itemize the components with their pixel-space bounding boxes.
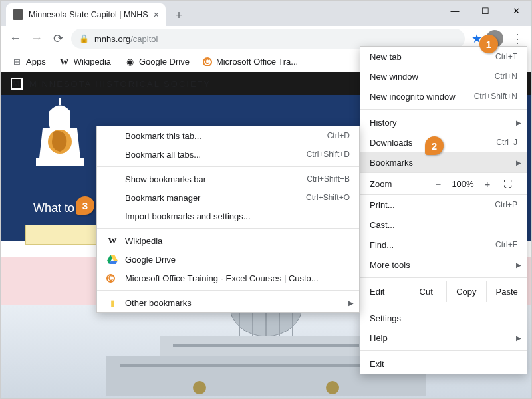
submenu-other-bookmarks[interactable]: ▮Other bookmarks▶ — [97, 293, 359, 312]
reload-button[interactable]: ⟳ — [47, 28, 68, 49]
apps-icon: ⊞ — [11, 57, 22, 67]
office-icon: C — [203, 57, 212, 66]
folder-icon: ▮ — [106, 297, 118, 309]
submenu-bookmark-manager[interactable]: Bookmark managerCtrl+Shift+O — [97, 188, 359, 207]
cut-button[interactable]: Cut — [406, 281, 447, 302]
site-brand: MINNESOTA HISTORICAL SOCIETY — [29, 79, 211, 89]
menu-new-tab[interactable]: New tabCtrl+T — [360, 47, 527, 66]
menu-separator — [97, 290, 359, 291]
wikipedia-icon: W — [59, 57, 70, 67]
menu-bookmarks[interactable]: Bookmarks▶ — [360, 152, 527, 172]
callout-2: 2 — [425, 136, 444, 155]
menu-exit[interactable]: Exit — [360, 354, 527, 374]
menu-help[interactable]: Help▶ — [360, 328, 527, 348]
copy-button[interactable]: Copy — [447, 281, 487, 302]
submenu-bookmark-all[interactable]: Bookmark all tabs...Ctrl+Shift+D — [97, 145, 359, 164]
window-controls: — ☐ ✕ — [440, 1, 531, 21]
tab-title: Minnesota State Capitol | MNHS — [29, 10, 148, 19]
callout-3: 3 — [76, 196, 94, 215]
minimize-button[interactable]: — — [440, 1, 470, 21]
drive-icon: ◉ — [124, 57, 135, 67]
svg-rect-10 — [173, 344, 359, 347]
submenu-bookmark-item[interactable]: CMicrosoft Office Training - Excel Cours… — [97, 269, 359, 287]
callout-1: 1 — [479, 35, 498, 53]
svg-point-12 — [193, 381, 206, 394]
menu-separator — [360, 277, 527, 278]
bookmarks-submenu: Bookmark this tab...Ctrl+D Bookmark all … — [96, 126, 360, 313]
submenu-bookmark-item[interactable]: WWikipedia — [97, 231, 359, 250]
bookmark-wikipedia[interactable]: WWikipedia — [54, 54, 116, 70]
chevron-right-icon: ▶ — [348, 299, 354, 307]
menu-separator — [97, 166, 359, 167]
chevron-right-icon: ▶ — [516, 159, 521, 166]
zoom-in-button[interactable]: + — [477, 178, 497, 190]
fullscreen-button[interactable]: ⛶ — [497, 179, 517, 189]
paste-button[interactable]: Paste — [487, 281, 527, 302]
menu-settings[interactable]: Settings — [360, 308, 527, 328]
menu-more-tools[interactable]: More tools▶ — [360, 255, 527, 275]
chevron-right-icon: ▶ — [516, 119, 521, 126]
submenu-import[interactable]: Import bookmarks and settings... — [97, 207, 359, 225]
lock-icon: 🔒 — [79, 34, 89, 43]
menu-zoom-row: Zoom − 100% + ⛶ — [360, 172, 527, 195]
bookmark-ms-office[interactable]: CMicrosoft Office Tra... — [198, 54, 303, 69]
menu-new-window[interactable]: New windowCtrl+N — [360, 66, 527, 86]
back-button[interactable]: ← — [5, 28, 26, 49]
menu-separator — [360, 305, 527, 305]
submenu-show-bar[interactable]: Show bookmarks barCtrl+Shift+B — [97, 170, 359, 188]
chrome-menu-button[interactable]: ⋮ — [507, 29, 527, 49]
menu-downloads[interactable]: DownloadsCtrl+J — [360, 132, 527, 152]
zoom-value: 100% — [448, 179, 477, 189]
menu-edit-row: Edit Cut Copy Paste — [360, 281, 527, 302]
tab-close-icon[interactable]: × — [154, 9, 159, 20]
apps-shortcut[interactable]: ⊞Apps — [6, 54, 51, 70]
submenu-bookmark-tab[interactable]: Bookmark this tab...Ctrl+D — [97, 126, 359, 145]
new-tab-button[interactable]: + — [170, 6, 188, 25]
menu-separator — [97, 228, 359, 229]
address-bar[interactable]: 🔒 mnhs.org/capitol — [71, 29, 465, 49]
submenu-bookmark-item[interactable]: Google Drive — [97, 250, 359, 269]
maximize-button[interactable]: ☐ — [470, 1, 501, 21]
chevron-right-icon: ▶ — [516, 261, 521, 269]
favicon-icon — [13, 9, 23, 20]
svg-point-13 — [326, 381, 339, 394]
menu-print[interactable]: Print...Ctrl+P — [360, 195, 527, 215]
close-window-button[interactable]: ✕ — [501, 1, 531, 21]
mnhs-logo-icon: M — [11, 78, 23, 90]
menu-separator — [360, 350, 527, 351]
bookmark-google-drive[interactable]: ◉Google Drive — [119, 54, 195, 70]
chrome-main-menu: New tabCtrl+T New windowCtrl+N New incog… — [360, 46, 527, 374]
drive-icon — [106, 253, 118, 265]
browser-tab[interactable]: Minnesota State Capitol | MNHS × — [6, 3, 166, 26]
titlebar: Minnesota State Capitol | MNHS × + — ☐ ✕ — [1, 1, 531, 26]
office-icon: C — [106, 274, 115, 283]
url-text: mnhs.org/capitol — [94, 33, 158, 44]
chevron-right-icon: ▶ — [516, 334, 521, 342]
forward-button[interactable]: → — [26, 28, 47, 49]
menu-incognito[interactable]: New incognito windowCtrl+Shift+N — [360, 86, 527, 106]
edit-label: Edit — [360, 281, 406, 302]
zoom-out-button[interactable]: − — [428, 178, 448, 190]
menu-cast[interactable]: Cast... — [360, 215, 527, 235]
wikipedia-icon: W — [106, 235, 118, 247]
menu-history[interactable]: History▶ — [360, 112, 527, 132]
menu-separator — [360, 109, 527, 110]
menu-find[interactable]: Find...Ctrl+F — [360, 235, 527, 255]
zoom-label: Zoom — [370, 179, 428, 189]
capitol-dome-icon — [27, 95, 93, 175]
